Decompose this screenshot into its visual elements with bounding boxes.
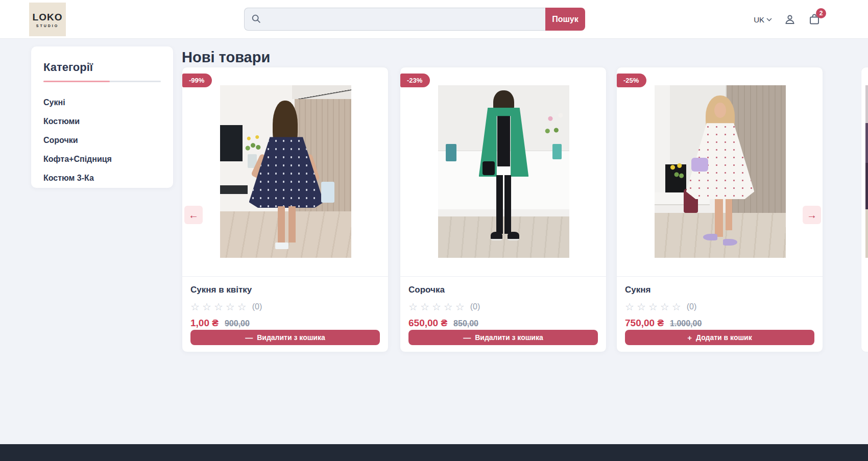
photo-decor (220, 185, 248, 194)
cart-action-label: Видалити з кошика (257, 333, 325, 342)
next-product-card-peek (861, 67, 868, 352)
star-icon: ☆ (202, 302, 211, 312)
star-icon: ☆ (637, 302, 646, 312)
rating-row: ☆☆☆☆☆ (0) (625, 302, 814, 312)
current-price: 1,00 ₴ (190, 318, 219, 329)
store-logo[interactable]: LOKO STUDIO (29, 3, 66, 36)
product-name[interactable]: Сукня в квітку (190, 285, 380, 295)
star-icon: ☆ (625, 302, 634, 312)
rating-count: (0) (470, 302, 480, 311)
logo-text: LOKO (33, 12, 63, 23)
star-icon: ☆ (660, 302, 669, 312)
product-info: Сукня в квітку ☆☆☆☆☆ (0) 1,00 ₴ 900,00 —… (182, 277, 388, 352)
product-name[interactable]: Сорочка (408, 285, 598, 295)
star-icon: ☆ (672, 302, 681, 312)
chevron-down-icon (766, 18, 772, 21)
cart-button[interactable]: 2 (808, 13, 821, 26)
cart-count-badge: 2 (816, 8, 826, 18)
product-photo-link[interactable]: -99% (182, 67, 388, 277)
categories-list: Сукні Костюми Сорочки Кофта+Спідниця Кос… (43, 93, 161, 188)
sidebar-item-shirts[interactable]: Сорочки (43, 131, 161, 150)
current-price: 750,00 ₴ (625, 318, 664, 329)
photo-decor (446, 144, 456, 161)
product-info: Сукня ☆☆☆☆☆ (0) 750,00 ₴ 1.000,00 + Дода… (617, 277, 823, 352)
photo-decor (865, 85, 868, 258)
rating-count: (0) (252, 302, 262, 311)
sidebar-item-top-skirt[interactable]: Кофта+Спідниця (43, 150, 161, 169)
star-icon: ☆ (420, 302, 429, 312)
photo-decor (703, 234, 717, 241)
cart-action-label: Додати в кошик (696, 333, 752, 342)
photo-decor (275, 242, 288, 250)
photo-decor (552, 144, 562, 159)
star-icon: ☆ (190, 302, 200, 312)
product-photo-link[interactable]: -23% (400, 67, 606, 277)
search-bar: Пошук (244, 8, 585, 31)
search-icon (251, 13, 262, 25)
minus-icon: — (463, 333, 471, 342)
arrow-right-icon: → (807, 209, 817, 221)
carousel-prev-button[interactable]: ← (184, 206, 203, 224)
categories-panel: Категорії Сукні Костюми Сорочки Кофта+Сп… (31, 46, 173, 188)
photo-decor (497, 111, 511, 166)
rating-count: (0) (687, 302, 697, 311)
sidebar-item-dresses[interactable]: Сукні (43, 93, 161, 112)
categories-divider (43, 81, 161, 82)
search-button[interactable]: Пошук (545, 8, 585, 31)
remove-from-cart-button[interactable]: — Видалити з кошика (190, 330, 380, 345)
product-card: -23% Сорочка ☆☆☆☆☆ (0) 650,00 ₴ 850,00 (400, 67, 607, 352)
star-icon: ☆ (237, 302, 247, 312)
header-actions: UK 2 (754, 0, 821, 39)
photo-decor (220, 211, 351, 258)
photo-decor (220, 125, 243, 161)
star-icon: ☆ (444, 302, 453, 312)
star-icon: ☆ (648, 302, 658, 312)
price-row: 650,00 ₴ 850,00 (408, 318, 598, 329)
photo-decor (243, 130, 263, 158)
product-image (438, 85, 569, 258)
discount-badge: -25% (617, 74, 646, 87)
product-image (220, 85, 351, 258)
search-input[interactable] (244, 8, 545, 31)
star-icon: ☆ (214, 302, 223, 312)
plus-icon: + (687, 333, 692, 342)
remove-from-cart-button[interactable]: — Видалити з кошика (408, 330, 598, 345)
language-label: UK (754, 15, 764, 24)
product-image (655, 85, 786, 258)
photo-decor (726, 199, 732, 230)
product-info: Сорочка ☆☆☆☆☆ (0) 650,00 ₴ 850,00 — Вида… (400, 277, 606, 352)
old-price: 1.000,00 (670, 319, 702, 328)
language-selector[interactable]: UK (754, 15, 772, 24)
page-title: Нові товари (182, 49, 270, 66)
photo-decor (438, 103, 470, 148)
photo-decor (496, 175, 511, 234)
sidebar-item-suit-3[interactable]: Костюм 3-Ка (43, 169, 161, 188)
star-icon: ☆ (226, 302, 235, 312)
photo-decor (288, 206, 296, 242)
photo-decor (540, 106, 569, 148)
account-button[interactable] (783, 13, 797, 26)
product-card: -25% Сукня ☆☆☆☆☆ (0) 750,00 ₴ 1.000, (616, 67, 823, 352)
logo-subtext: STUDIO (36, 24, 59, 28)
footer (0, 444, 868, 461)
photo-decor (292, 85, 351, 99)
rating-row: ☆☆☆☆☆ (0) (190, 302, 380, 312)
minus-icon: — (245, 333, 253, 342)
photo-decor (508, 232, 519, 240)
cart-action-label: Видалити з кошика (475, 333, 543, 342)
carousel-next-button[interactable]: → (803, 206, 821, 224)
add-to-cart-button[interactable]: + Додати в кошик (625, 330, 814, 345)
old-price: 850,00 (453, 319, 478, 328)
rating-row: ☆☆☆☆☆ (0) (408, 302, 598, 312)
product-name[interactable]: Сукня (625, 285, 814, 295)
photo-decor (483, 161, 494, 175)
product-photo-link[interactable]: -25% (617, 67, 823, 277)
star-icon: ☆ (408, 302, 418, 312)
star-icon: ☆ (455, 302, 465, 312)
sidebar-item-suits[interactable]: Костюми (43, 112, 161, 131)
header: LOKO STUDIO Пошук UK 2 (0, 0, 868, 39)
photo-decor (691, 158, 708, 172)
categories-title: Категорії (43, 61, 161, 74)
photo-decor (668, 161, 688, 185)
price-row: 1,00 ₴ 900,00 (190, 318, 380, 329)
